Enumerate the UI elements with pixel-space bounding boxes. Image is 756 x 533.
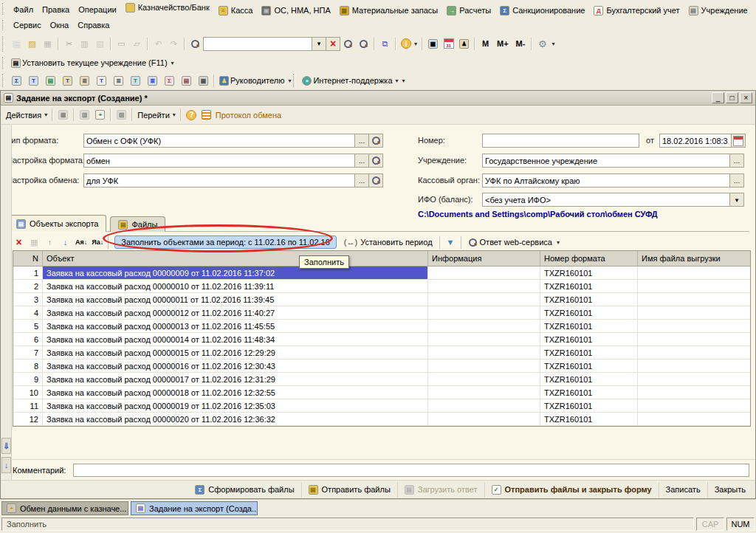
object-cell[interactable]: Заявка на кассовый расход 00000016 от 11…	[43, 360, 428, 372]
move-down-icon[interactable]	[58, 235, 73, 250]
report-button[interactable]: ▤	[43, 73, 58, 89]
info-cell[interactable]	[428, 280, 540, 292]
move-up-icon[interactable]	[42, 235, 58, 250]
open-icon[interactable]	[24, 36, 40, 52]
object-cell[interactable]: Заявка на кассовый расход 00000015 от 11…	[43, 346, 428, 359]
filename-cell[interactable]	[638, 399, 750, 412]
add-record-icon[interactable]: +	[92, 107, 108, 123]
report-button[interactable]: Т	[60, 73, 75, 89]
cash-org-input[interactable]	[482, 173, 730, 188]
filename-cell[interactable]	[638, 293, 750, 306]
memory-subtract-button[interactable]: M-	[512, 36, 529, 52]
search-icon[interactable]	[188, 36, 203, 52]
report-button[interactable]: Σ	[9, 73, 24, 89]
goto-menu-button[interactable]: Перейти▾	[135, 107, 178, 123]
format-cell[interactable]: TXZR160101	[540, 373, 638, 385]
number-input[interactable]	[482, 134, 639, 148]
menu-item[interactable]: ▤Учреждение	[684, 4, 752, 17]
format-cell[interactable]: TXZR160101	[540, 360, 638, 372]
ellipsis-button[interactable]: …	[730, 154, 744, 168]
form-button[interactable]: Записать	[659, 482, 707, 498]
calendar-icon[interactable]: 31	[441, 36, 456, 52]
menu-item[interactable]: Казначейство/Банк	[121, 1, 214, 14]
form-button[interactable]: ΣСформировать файлы	[188, 482, 300, 498]
column-header-info[interactable]: Информация	[428, 251, 540, 266]
window-tab[interactable]: +Обмен данными с казначе...	[1, 501, 128, 515]
search-dropdown-icon[interactable]: ▾	[312, 37, 326, 51]
menu-item[interactable]: ▣ОС, НМА, НПА	[257, 4, 334, 17]
column-header-format[interactable]: Номер формата	[540, 251, 638, 266]
ellipsis-button[interactable]: …	[355, 134, 369, 148]
table-row[interactable]: 5 Заявка на кассовый расход 00000013 от …	[13, 320, 750, 333]
info-cell[interactable]	[428, 293, 540, 306]
filename-cell[interactable]	[638, 386, 750, 399]
format-cell[interactable]: TXZR160101	[540, 346, 638, 359]
set-period-button[interactable]: Установить период	[340, 236, 437, 248]
format-cell[interactable]: TXZR160101	[540, 386, 638, 399]
form-button[interactable]: ▤Отправить файлы	[301, 482, 397, 498]
actions-menu-button[interactable]: Действия▾	[4, 107, 49, 123]
info-cell[interactable]	[428, 360, 540, 372]
menu-item[interactable]: ▦Материальные запасы	[335, 4, 443, 17]
info-cell[interactable]	[428, 373, 540, 385]
column-header-n[interactable]: N	[13, 251, 43, 266]
fill-by-period-button[interactable]: Заполнить объектами за период: с 11.02.1…	[114, 235, 337, 249]
filename-cell[interactable]	[638, 373, 750, 385]
memory-add-button[interactable]: M+	[493, 36, 512, 52]
info-cell[interactable]	[428, 333, 540, 345]
info-cell[interactable]	[428, 266, 540, 279]
info-cell[interactable]	[428, 386, 540, 399]
open-list-icon[interactable]	[369, 134, 383, 148]
object-cell[interactable]: Заявка на кассовый расход 00000011 от 11…	[43, 293, 428, 306]
format-cell[interactable]: TXZR160101	[540, 306, 638, 319]
menu-item[interactable]: ≡Касса	[214, 4, 258, 17]
clear-search-icon[interactable]	[326, 37, 340, 51]
ellipsis-button[interactable]: …	[355, 173, 369, 188]
info-cell[interactable]	[428, 399, 540, 412]
form-button[interactable]: ▤Загрузить ответ	[397, 482, 484, 498]
menu-item[interactable]: ДБухгалтерский учет	[589, 4, 684, 17]
report-button[interactable]: Σ	[162, 73, 177, 89]
calculator-icon[interactable]: ▦	[425, 36, 441, 52]
object-cell[interactable]: Заявка на кассовый расход 00000018 от 11…	[43, 386, 428, 399]
format-cell[interactable]: TXZR160101	[540, 333, 638, 345]
toolbar-drag-handle[interactable]	[2, 74, 5, 87]
chevron-down-icon[interactable]: ▾	[551, 41, 554, 47]
tab[interactable]: ▤Файлы	[110, 216, 165, 232]
object-cell[interactable]: Заявка на кассовый расход 00000020 от 11…	[43, 413, 428, 425]
exchange-protocol-button[interactable]: Протокол обмена	[199, 107, 284, 123]
form-button[interactable]: Закрыть	[707, 482, 752, 498]
column-header-filename[interactable]: Имя файла выгрузки	[638, 251, 750, 266]
format-cell[interactable]: TXZR160101	[540, 413, 638, 425]
format-cell[interactable]: TXZR160101	[540, 293, 638, 306]
filename-cell[interactable]	[638, 266, 750, 279]
chevron-down-icon[interactable]: ▾	[288, 78, 291, 84]
info-icon[interactable]: i▾	[399, 36, 419, 52]
saved-copies-icon[interactable]	[377, 36, 393, 52]
menu-item[interactable]: Правка	[38, 4, 74, 16]
menu-item[interactable]: Справка	[73, 19, 114, 31]
user-settings-icon[interactable]: ♟	[456, 36, 472, 52]
toolbar-drag-handle[interactable]	[293, 74, 296, 87]
table-row[interactable]: 4 Заявка на кассовый расход 00000012 от …	[13, 306, 750, 320]
object-cell[interactable]: Заявка на кассовый расход 00000013 от 11…	[43, 320, 428, 332]
open-list-icon[interactable]	[369, 154, 383, 168]
table-row[interactable]: 1 Заявка на кассовый расход 00000009 от …	[13, 266, 750, 280]
filename-cell[interactable]	[638, 360, 750, 372]
filename-cell[interactable]	[638, 320, 750, 332]
filename-cell[interactable]	[638, 280, 750, 292]
table-row[interactable]: 12 Заявка на кассовый расход 00000020 от…	[13, 413, 750, 426]
search-input[interactable]	[203, 37, 312, 51]
table-row[interactable]: 9 Заявка на кассовый расход 00000017 от …	[13, 373, 750, 386]
table-row[interactable]: 2 Заявка на кассовый расход 00000010 от …	[13, 280, 750, 293]
report-button[interactable]: Т	[128, 73, 143, 89]
find-next-icon[interactable]	[340, 36, 356, 52]
report-button[interactable]: Т	[94, 73, 109, 89]
object-cell[interactable]: Заявка на кассовый расход 00000009 от 11…	[43, 266, 428, 279]
help-icon[interactable]: ?	[184, 107, 199, 123]
open-list-icon[interactable]	[369, 173, 383, 188]
memory-recall-button[interactable]: M	[478, 36, 493, 52]
minimize-icon[interactable]: _	[712, 92, 724, 103]
format-cell[interactable]: TXZR160101	[540, 266, 638, 279]
object-cell[interactable]: Заявка на кассовый расход 00000017 от 11…	[43, 373, 428, 385]
